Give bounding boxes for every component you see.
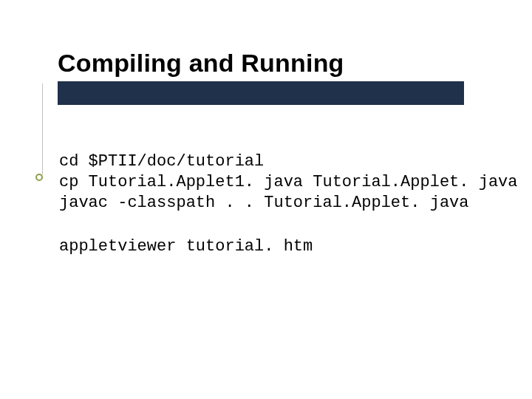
code-block-2: appletviewer tutorial. htm [59,236,313,257]
code-block-1: cd $PTII/doc/tutorial cp Tutorial.Applet… [59,151,518,214]
slide: Compiling and Running cd $PTII/doc/tutor… [0,0,532,399]
title-area: Compiling and Running [58,49,344,78]
decorative-line [42,83,43,175]
title-underline-bar [58,81,464,105]
slide-title: Compiling and Running [58,49,344,78]
bullet-icon [35,174,43,181]
